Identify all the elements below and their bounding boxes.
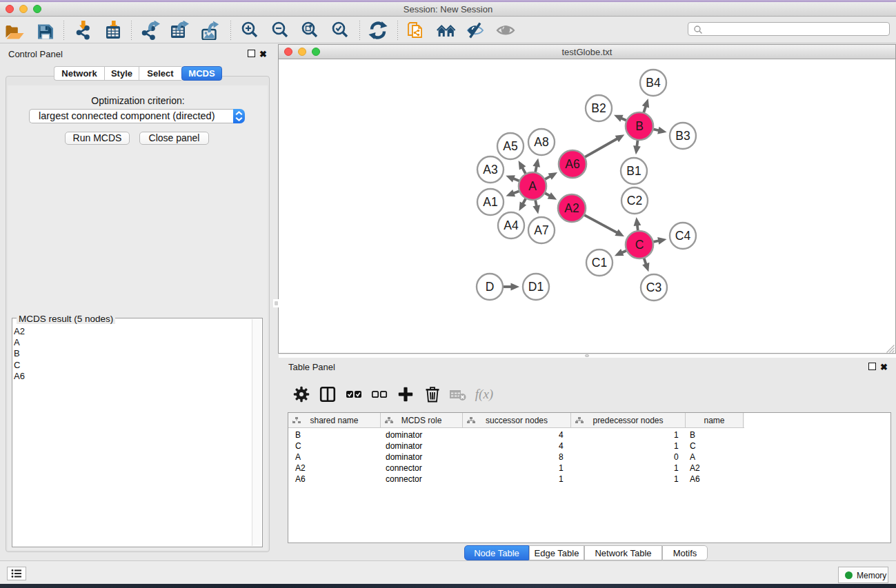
svg-text:A7: A7	[534, 223, 548, 237]
svg-text:A5: A5	[503, 139, 517, 153]
svg-text:A8: A8	[534, 135, 548, 149]
svg-text:B1: B1	[626, 164, 641, 178]
svg-text:C1: C1	[592, 256, 607, 270]
svg-text:B4: B4	[646, 76, 661, 90]
svg-text:A3: A3	[483, 163, 497, 176]
svg-text:A4: A4	[504, 219, 519, 232]
svg-text:A: A	[528, 179, 537, 193]
svg-text:B3: B3	[675, 129, 690, 143]
svg-text:A2: A2	[564, 201, 579, 215]
svg-text:D: D	[486, 280, 495, 294]
svg-text:C3: C3	[646, 281, 661, 294]
svg-text:A6: A6	[565, 157, 579, 171]
svg-text:A1: A1	[483, 195, 497, 209]
svg-text:C: C	[635, 238, 644, 252]
svg-text:D1: D1	[528, 280, 544, 294]
svg-text:B2: B2	[591, 101, 606, 115]
svg-text:C2: C2	[627, 194, 642, 207]
svg-text:B: B	[635, 119, 644, 133]
svg-text:C4: C4	[675, 229, 691, 243]
